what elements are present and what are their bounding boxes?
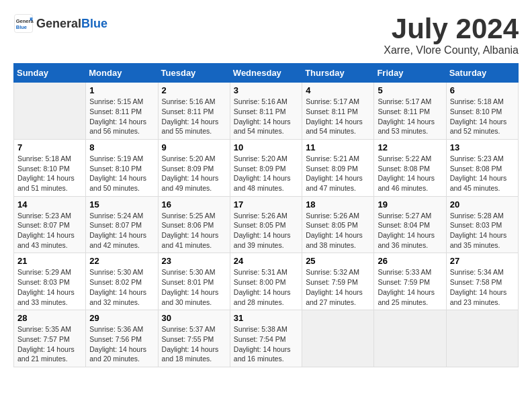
- calendar-cell: 22Sunrise: 5:30 AMSunset: 8:02 PMDayligh…: [86, 253, 158, 310]
- header: General Blue General Blue July 2024 Xarr…: [13, 13, 519, 56]
- cell-date-number: 3: [234, 85, 298, 95]
- calendar-cell: [302, 310, 374, 367]
- cell-date-number: 28: [17, 313, 82, 323]
- cell-sun-info: Sunrise: 5:35 AMSunset: 7:57 PMDaylight:…: [17, 325, 75, 363]
- calendar-cell: 9Sunrise: 5:20 AMSunset: 8:09 PMDaylight…: [158, 139, 230, 196]
- cell-sun-info: Sunrise: 5:18 AMSunset: 8:10 PMDaylight:…: [450, 97, 507, 135]
- cell-sun-info: Sunrise: 5:38 AMSunset: 7:54 PMDaylight:…: [234, 325, 291, 363]
- cell-date-number: 22: [89, 256, 154, 266]
- calendar-cell: 1Sunrise: 5:15 AMSunset: 8:11 PMDaylight…: [86, 83, 158, 140]
- calendar-cell: [14, 83, 86, 140]
- calendar-cell: 20Sunrise: 5:28 AMSunset: 8:03 PMDayligh…: [446, 196, 518, 253]
- calendar-cell: 7Sunrise: 5:18 AMSunset: 8:10 PMDaylight…: [14, 139, 86, 196]
- cell-sun-info: Sunrise: 5:21 AMSunset: 8:09 PMDaylight:…: [306, 154, 363, 192]
- calendar-cell: 10Sunrise: 5:20 AMSunset: 8:09 PMDayligh…: [230, 139, 302, 196]
- cell-date-number: 1: [89, 85, 154, 95]
- day-header-thursday: Thursday: [302, 64, 374, 83]
- cell-sun-info: Sunrise: 5:23 AMSunset: 8:07 PMDaylight:…: [17, 212, 75, 249]
- cell-sun-info: Sunrise: 5:28 AMSunset: 8:03 PMDaylight:…: [450, 212, 507, 249]
- day-header-saturday: Saturday: [446, 64, 518, 83]
- cell-sun-info: Sunrise: 5:34 AMSunset: 7:58 PMDaylight:…: [450, 268, 507, 306]
- cell-date-number: 10: [234, 142, 298, 152]
- day-header-tuesday: Tuesday: [158, 64, 230, 83]
- calendar-cell: 30Sunrise: 5:37 AMSunset: 7:55 PMDayligh…: [158, 310, 230, 367]
- cell-sun-info: Sunrise: 5:25 AMSunset: 8:06 PMDaylight:…: [162, 212, 219, 249]
- cell-date-number: 21: [17, 256, 82, 266]
- cell-date-number: 11: [306, 142, 370, 152]
- calendar-cell: 31Sunrise: 5:38 AMSunset: 7:54 PMDayligh…: [230, 310, 302, 367]
- cell-sun-info: Sunrise: 5:24 AMSunset: 8:07 PMDaylight:…: [89, 212, 146, 249]
- calendar-cell: 19Sunrise: 5:27 AMSunset: 8:04 PMDayligh…: [374, 196, 446, 253]
- day-header-wednesday: Wednesday: [230, 64, 302, 83]
- calendar-cell: 21Sunrise: 5:29 AMSunset: 8:03 PMDayligh…: [14, 253, 86, 310]
- cell-sun-info: Sunrise: 5:17 AMSunset: 8:11 PMDaylight:…: [306, 97, 363, 135]
- calendar-cell: 4Sunrise: 5:17 AMSunset: 8:11 PMDaylight…: [302, 83, 374, 140]
- cell-date-number: 4: [306, 85, 370, 95]
- cell-sun-info: Sunrise: 5:30 AMSunset: 8:02 PMDaylight:…: [89, 268, 146, 306]
- cell-date-number: 5: [378, 85, 442, 95]
- calendar-cell: 26Sunrise: 5:33 AMSunset: 7:59 PMDayligh…: [374, 253, 446, 310]
- cell-sun-info: Sunrise: 5:19 AMSunset: 8:10 PMDaylight:…: [89, 154, 146, 192]
- cell-sun-info: Sunrise: 5:26 AMSunset: 8:05 PMDaylight:…: [306, 212, 363, 249]
- cell-date-number: 8: [89, 142, 154, 152]
- calendar-cell: 25Sunrise: 5:32 AMSunset: 7:59 PMDayligh…: [302, 253, 374, 310]
- cell-date-number: 17: [234, 199, 298, 210]
- cell-date-number: 18: [306, 199, 370, 210]
- logo-icon: General Blue: [13, 13, 34, 34]
- calendar-cell: 23Sunrise: 5:30 AMSunset: 8:01 PMDayligh…: [158, 253, 230, 310]
- svg-text:Blue: Blue: [16, 24, 27, 30]
- calendar-header-row: SundayMondayTuesdayWednesdayThursdayFrid…: [14, 64, 519, 83]
- calendar-week-row: 1Sunrise: 5:15 AMSunset: 8:11 PMDaylight…: [14, 83, 519, 140]
- calendar-cell: 16Sunrise: 5:25 AMSunset: 8:06 PMDayligh…: [158, 196, 230, 253]
- cell-date-number: 9: [162, 142, 226, 152]
- calendar-week-row: 28Sunrise: 5:35 AMSunset: 7:57 PMDayligh…: [14, 310, 519, 367]
- cell-sun-info: Sunrise: 5:37 AMSunset: 7:55 PMDaylight:…: [162, 325, 219, 363]
- cell-sun-info: Sunrise: 5:36 AMSunset: 7:56 PMDaylight:…: [89, 325, 146, 363]
- calendar-cell: [446, 310, 518, 367]
- cell-sun-info: Sunrise: 5:32 AMSunset: 7:59 PMDaylight:…: [306, 268, 363, 306]
- calendar-cell: 2Sunrise: 5:16 AMSunset: 8:11 PMDaylight…: [158, 83, 230, 140]
- calendar-title: July 2024: [384, 13, 519, 44]
- cell-date-number: 26: [378, 256, 442, 266]
- cell-sun-info: Sunrise: 5:17 AMSunset: 8:11 PMDaylight:…: [378, 97, 435, 135]
- cell-date-number: 12: [378, 142, 442, 152]
- calendar-cell: 28Sunrise: 5:35 AMSunset: 7:57 PMDayligh…: [14, 310, 86, 367]
- cell-sun-info: Sunrise: 5:27 AMSunset: 8:04 PMDaylight:…: [378, 212, 435, 249]
- day-header-friday: Friday: [374, 64, 446, 83]
- cell-date-number: 20: [450, 199, 515, 210]
- cell-date-number: 31: [234, 313, 298, 323]
- cell-date-number: 30: [162, 313, 226, 323]
- calendar-cell: 15Sunrise: 5:24 AMSunset: 8:07 PMDayligh…: [86, 196, 158, 253]
- logo-general-text: General: [36, 17, 81, 31]
- cell-date-number: 16: [162, 199, 226, 210]
- cell-sun-info: Sunrise: 5:22 AMSunset: 8:08 PMDaylight:…: [378, 154, 435, 192]
- logo-blue-text: Blue: [81, 17, 107, 31]
- cell-date-number: 25: [306, 256, 370, 266]
- calendar-cell: 8Sunrise: 5:19 AMSunset: 8:10 PMDaylight…: [86, 139, 158, 196]
- cell-sun-info: Sunrise: 5:26 AMSunset: 8:05 PMDaylight:…: [234, 212, 291, 249]
- cell-date-number: 29: [89, 313, 154, 323]
- cell-date-number: 15: [89, 199, 154, 210]
- cell-sun-info: Sunrise: 5:16 AMSunset: 8:11 PMDaylight:…: [234, 97, 291, 135]
- calendar-week-row: 7Sunrise: 5:18 AMSunset: 8:10 PMDaylight…: [14, 139, 519, 196]
- cell-date-number: 7: [17, 142, 82, 152]
- cell-date-number: 23: [162, 256, 226, 266]
- calendar-cell: 3Sunrise: 5:16 AMSunset: 8:11 PMDaylight…: [230, 83, 302, 140]
- cell-sun-info: Sunrise: 5:18 AMSunset: 8:10 PMDaylight:…: [17, 154, 75, 192]
- cell-sun-info: Sunrise: 5:31 AMSunset: 8:00 PMDaylight:…: [234, 268, 291, 306]
- cell-sun-info: Sunrise: 5:30 AMSunset: 8:01 PMDaylight:…: [162, 268, 219, 306]
- calendar-cell: [374, 310, 446, 367]
- cell-sun-info: Sunrise: 5:29 AMSunset: 8:03 PMDaylight:…: [17, 268, 75, 306]
- calendar-cell: 14Sunrise: 5:23 AMSunset: 8:07 PMDayligh…: [14, 196, 86, 253]
- cell-date-number: 2: [162, 85, 226, 95]
- cell-sun-info: Sunrise: 5:20 AMSunset: 8:09 PMDaylight:…: [234, 154, 291, 192]
- calendar-week-row: 14Sunrise: 5:23 AMSunset: 8:07 PMDayligh…: [14, 196, 519, 253]
- calendar-cell: 6Sunrise: 5:18 AMSunset: 8:10 PMDaylight…: [446, 83, 518, 140]
- cell-date-number: 19: [378, 199, 442, 210]
- calendar-cell: 17Sunrise: 5:26 AMSunset: 8:05 PMDayligh…: [230, 196, 302, 253]
- cell-sun-info: Sunrise: 5:15 AMSunset: 8:11 PMDaylight:…: [89, 97, 146, 135]
- cell-sun-info: Sunrise: 5:23 AMSunset: 8:08 PMDaylight:…: [450, 154, 507, 192]
- calendar-cell: 5Sunrise: 5:17 AMSunset: 8:11 PMDaylight…: [374, 83, 446, 140]
- calendar-cell: 18Sunrise: 5:26 AMSunset: 8:05 PMDayligh…: [302, 196, 374, 253]
- cell-date-number: 24: [234, 256, 298, 266]
